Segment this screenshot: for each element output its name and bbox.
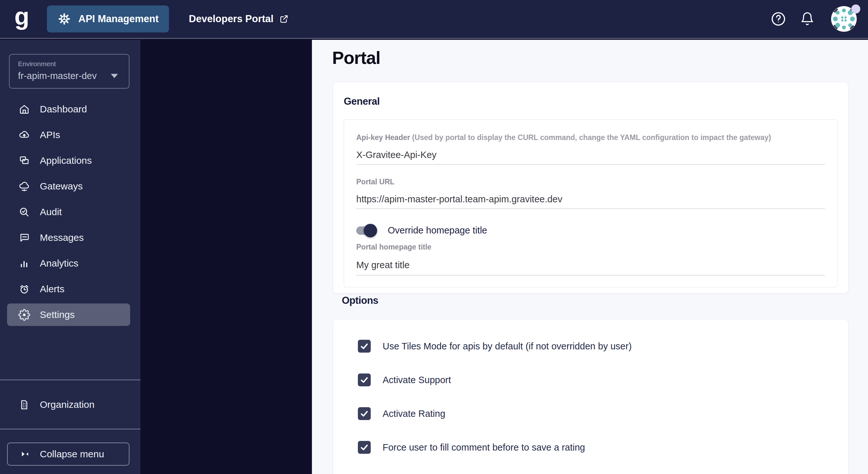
general-form-box: Api-key Header (Used by portal to displa… — [344, 120, 837, 287]
environment-value: fr-apim-master-dev — [18, 71, 97, 81]
chevron-down-icon — [111, 74, 118, 78]
option-label: Activate Rating — [382, 409, 445, 419]
message-icon — [18, 232, 30, 244]
sidebar-item-alerts[interactable]: Alerts — [0, 276, 141, 302]
apikey-header-field: Api-key Header (Used by portal to displa… — [356, 133, 825, 165]
checkbox-force-comment[interactable] — [358, 441, 371, 454]
sidebar-item-label: Dashboard — [40, 104, 87, 115]
option-label: Force user to fill comment before to sav… — [382, 442, 585, 453]
options-heading: Options — [342, 295, 378, 306]
check-icon — [360, 409, 369, 418]
option-label: Use Tiles Mode for apis by default (if n… — [382, 341, 631, 352]
sidebar-item-dashboard[interactable]: Dashboard — [0, 96, 141, 122]
top-bar: g API Management Developers Portal — [0, 0, 868, 39]
checkbox-activate-rating[interactable] — [358, 407, 371, 420]
general-card: General Api-key Header (Used by portal t… — [333, 82, 848, 293]
sidebar-item-settings[interactable]: Settings — [7, 304, 130, 326]
collapse-menu-label: Collapse menu — [40, 449, 104, 460]
api-management-button[interactable]: API Management — [47, 5, 169, 32]
checkbox-activate-support[interactable] — [358, 374, 371, 386]
collapse-icon — [20, 449, 30, 459]
sidebar-item-label: Messages — [40, 232, 84, 243]
portal-url-field: Portal URL https://apim-master-portal.te… — [356, 178, 825, 209]
sidebar-item-analytics[interactable]: Analytics — [0, 251, 141, 276]
homepage-title-label: Portal homepage title — [356, 243, 825, 251]
sidebar-item-label: Analytics — [40, 258, 79, 269]
search-check-icon — [18, 206, 30, 218]
bell-icon — [800, 11, 815, 26]
external-link-icon — [279, 14, 289, 24]
general-heading: General — [344, 95, 837, 108]
option-label: Activate Support — [382, 375, 451, 385]
sidebar-item-messages[interactable]: Messages — [0, 225, 141, 251]
help-button[interactable] — [770, 11, 786, 27]
check-icon — [360, 443, 369, 452]
cloud-upload-icon — [18, 129, 30, 141]
sidebar-item-label: Applications — [40, 155, 92, 166]
api-management-label: API Management — [79, 13, 159, 25]
sidebar-divider — [0, 429, 141, 429]
collapse-menu-button[interactable]: Collapse menu — [7, 443, 129, 466]
sidebar-item-label: Gateways — [40, 181, 83, 192]
sidebar-item-applications[interactable]: Applications — [0, 148, 141, 173]
api-management-gear-icon — [57, 12, 71, 26]
portal-url-label: Portal URL — [356, 178, 395, 186]
app-window: g API Management Developers Portal — [0, 0, 868, 474]
main-content: Portal General Api-key Header (Used by p… — [312, 40, 868, 474]
override-homepage-label: Override homepage title — [388, 225, 487, 236]
developers-portal-link[interactable]: Developers Portal — [187, 13, 291, 25]
environment-selector[interactable]: Environment fr-apim-master-dev — [9, 54, 129, 89]
apikey-header-label: Api-key Header — [356, 133, 410, 141]
override-homepage-toggle[interactable] — [356, 226, 376, 235]
sidebar-item-gateways[interactable]: Gateways — [0, 173, 141, 199]
check-icon — [360, 375, 369, 385]
environment-label: Environment — [18, 60, 121, 68]
apikey-header-input[interactable]: X-Gravitee-Api-Key — [356, 150, 825, 165]
option-row-activate-rating: Activate Rating — [358, 407, 445, 420]
user-avatar[interactable] — [831, 6, 857, 32]
sidebar-item-label: Alerts — [40, 284, 65, 294]
toggle-knob — [364, 224, 377, 237]
option-row-activate-support: Activate Support — [358, 374, 451, 386]
option-row-force-comment: Force user to fill comment before to sav… — [358, 441, 585, 454]
submenu-panel — [141, 40, 312, 474]
check-icon — [360, 341, 369, 351]
sidebar-divider — [0, 380, 141, 380]
help-icon — [770, 11, 786, 27]
avatar-status-badge — [851, 4, 860, 13]
home-icon — [18, 103, 30, 115]
developers-portal-label: Developers Portal — [189, 13, 274, 25]
sidebar-item-organization[interactable]: Organization — [0, 392, 141, 417]
alarm-icon — [18, 283, 30, 295]
notifications-button[interactable] — [800, 11, 815, 26]
sidebar-item-label: APIs — [40, 129, 60, 140]
sidebar-item-label: Organization — [40, 399, 94, 410]
page-title: Portal — [332, 48, 380, 68]
sidebar-nav: Dashboard APIs — [0, 96, 141, 327]
sidebar-item-audit[interactable]: Audit — [0, 199, 141, 225]
portal-url-input[interactable]: https://apim-master-portal.team-apim.gra… — [356, 194, 825, 209]
cloud-gateway-icon — [18, 181, 30, 192]
sidebar-item-label: Audit — [40, 207, 62, 217]
option-row-tiles-mode: Use Tiles Mode for apis by default (if n… — [358, 340, 631, 353]
gravitee-logo: g — [14, 9, 30, 24]
gear-icon — [18, 309, 30, 321]
apikey-header-note: (Used by portal to display the CURL comm… — [412, 133, 771, 141]
organization-icon — [18, 399, 30, 411]
applications-icon — [18, 155, 30, 167]
sidebar-item-apis[interactable]: APIs — [0, 122, 141, 148]
checkbox-tiles-mode[interactable] — [358, 340, 371, 353]
sidebar: Environment fr-apim-master-dev Dashboard — [0, 40, 141, 474]
sidebar-item-label: Settings — [40, 309, 74, 320]
override-homepage-row: Override homepage title — [356, 225, 825, 236]
options-card: Use Tiles Mode for apis by default (if n… — [333, 319, 848, 474]
bar-chart-icon — [18, 258, 30, 270]
homepage-title-input[interactable]: My great title — [356, 260, 825, 276]
